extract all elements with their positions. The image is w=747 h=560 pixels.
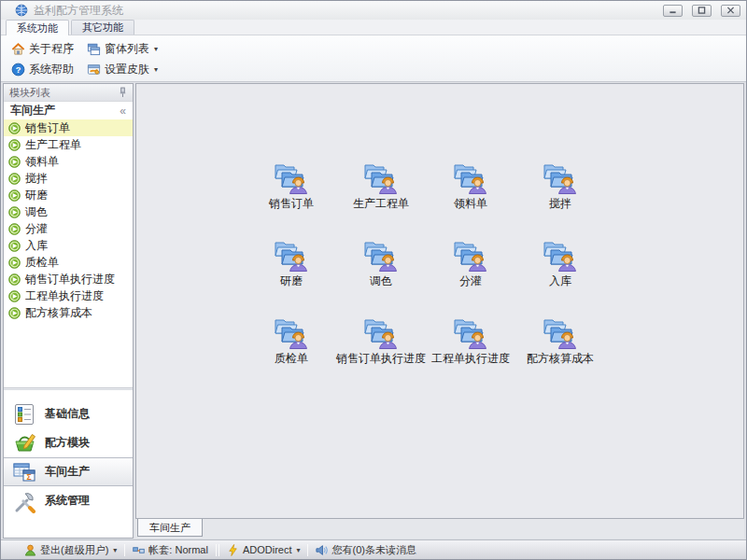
folder-user-icon bbox=[273, 236, 310, 272]
module-label: 工程单执行进度 bbox=[25, 288, 104, 304]
set-skin-button[interactable]: 设置皮肤 ▾ bbox=[80, 61, 164, 78]
about-program-button[interactable]: 关于程序 bbox=[5, 40, 80, 58]
module-item[interactable]: 质检单 bbox=[4, 254, 133, 271]
module-label: 领料单 bbox=[25, 154, 59, 170]
close-icon bbox=[726, 7, 735, 14]
shortcut-item[interactable]: 销售订单执行进度 bbox=[336, 310, 426, 387]
dropdown-arrow-icon: ▾ bbox=[154, 65, 158, 74]
module-group-header: 车间生产 « bbox=[4, 102, 133, 119]
shortcut-item[interactable]: 生产工程单 bbox=[336, 155, 426, 232]
logout-label: 登出(超级用户) bbox=[40, 543, 108, 557]
window-list-icon bbox=[87, 42, 101, 56]
toolbar: 关于程序 窗体列表 ▾ 系统帮助 设置皮肤 ▾ bbox=[1, 35, 746, 82]
shortcut-item[interactable]: 入库 bbox=[515, 232, 605, 310]
skin-icon bbox=[87, 63, 101, 77]
minimize-button[interactable] bbox=[663, 5, 683, 17]
module-label: 销售订单 bbox=[25, 120, 70, 136]
module-label: 配方核算成本 bbox=[25, 305, 92, 321]
section-label: 配方模块 bbox=[45, 435, 90, 451]
connection-icon bbox=[133, 544, 145, 556]
app-logo-icon bbox=[15, 4, 28, 17]
tab-other-functions[interactable]: 其它功能 bbox=[71, 20, 134, 35]
module-item[interactable]: 调色 bbox=[4, 203, 133, 220]
pin-icon[interactable] bbox=[119, 87, 127, 98]
module-label: 入库 bbox=[25, 238, 48, 254]
button-label: 窗体列表 bbox=[105, 41, 149, 57]
dropdown-arrow-icon: ▾ bbox=[113, 546, 117, 554]
section-label: 系统管理 bbox=[45, 493, 90, 509]
account-set-label: 帐套: Normal bbox=[126, 543, 215, 557]
dropdown-arrow-icon: ▾ bbox=[296, 546, 300, 554]
go-arrow-icon bbox=[8, 307, 21, 319]
shortcut-item[interactable]: 销售订单 bbox=[247, 155, 336, 232]
sidebar-section-basic-info[interactable]: 基础信息 bbox=[4, 399, 133, 428]
go-arrow-icon bbox=[8, 240, 21, 252]
folder-user-icon bbox=[362, 159, 400, 194]
go-arrow-icon bbox=[8, 189, 21, 202]
folder-user-icon bbox=[542, 159, 579, 194]
document-area: 销售订单 生产工程单 领料单 搅拌 bbox=[135, 83, 744, 519]
nav-sections: 基础信息 配方模块 车间生产 系统管理 bbox=[4, 399, 133, 515]
shortcut-item[interactable]: 搅拌 bbox=[515, 155, 605, 232]
shortcut-item[interactable]: 质检单 bbox=[247, 310, 336, 387]
shortcut-label: 工程单执行进度 bbox=[431, 351, 510, 367]
module-item[interactable]: 分灌 bbox=[4, 220, 133, 237]
logout-button[interactable]: 登出(超级用户) ▾ bbox=[18, 543, 123, 557]
unread-messages-button[interactable]: 您有(0)条未读消息 bbox=[309, 543, 422, 557]
shortcut-label: 质检单 bbox=[275, 351, 308, 367]
document-tab-workshop-production[interactable]: 车间生产 bbox=[137, 519, 203, 537]
form-list-button[interactable]: 窗体列表 ▾ bbox=[80, 40, 164, 58]
sidebar-section-workshop-production[interactable]: 车间生产 bbox=[4, 457, 133, 486]
module-panel-header: 模块列表 bbox=[4, 84, 133, 102]
tab-system-functions[interactable]: 系统功能 bbox=[6, 20, 69, 35]
help-icon bbox=[11, 63, 25, 77]
shortcut-label: 搅拌 bbox=[549, 196, 571, 212]
module-item[interactable]: 销售订单执行进度 bbox=[4, 271, 133, 287]
section-label: 车间生产 bbox=[45, 464, 90, 480]
module-item[interactable]: 领料单 bbox=[4, 153, 133, 170]
module-item[interactable]: 入库 bbox=[4, 237, 133, 254]
list-icon bbox=[12, 402, 36, 427]
button-label: 系统帮助 bbox=[29, 62, 74, 77]
tools-icon bbox=[12, 489, 36, 513]
collapse-icon[interactable]: « bbox=[120, 105, 126, 118]
statusbar-separator bbox=[218, 544, 219, 556]
sidebar-section-formula-module[interactable]: 配方模块 bbox=[4, 428, 133, 457]
shortcut-item[interactable]: 配方核算成本 bbox=[515, 310, 605, 387]
basket-pencil-icon bbox=[12, 431, 36, 455]
table-sigma-icon bbox=[12, 460, 36, 484]
go-arrow-icon bbox=[8, 273, 21, 286]
module-item[interactable]: 搅拌 bbox=[4, 170, 133, 187]
go-arrow-icon bbox=[8, 139, 21, 151]
shortcut-item[interactable]: 调色 bbox=[336, 232, 426, 310]
module-item[interactable]: 销售订单 bbox=[4, 119, 133, 136]
shortcut-item[interactable]: 工程单执行进度 bbox=[426, 310, 515, 387]
group-title: 车间生产 bbox=[10, 103, 55, 119]
ado-connection-button[interactable]: ADODirect ▾ bbox=[220, 544, 307, 556]
statusbar-separator bbox=[216, 544, 217, 556]
folder-user-icon bbox=[273, 159, 310, 194]
shortcut-label: 调色 bbox=[370, 273, 392, 289]
shortcut-label: 配方核算成本 bbox=[527, 351, 594, 367]
sidebar-section-system-management[interactable]: 系统管理 bbox=[4, 486, 133, 515]
shortcut-item[interactable]: 分灌 bbox=[426, 232, 515, 310]
shortcut-item[interactable]: 领料单 bbox=[426, 155, 515, 232]
ribbon-tabstrip: 系统功能 其它功能 bbox=[1, 20, 746, 35]
module-panel: 模块列表 车间生产 « 销售订单 生产工程单 领料单 bbox=[3, 83, 134, 539]
module-label: 销售订单执行进度 bbox=[25, 272, 115, 287]
module-label: 搅拌 bbox=[25, 171, 48, 187]
shortcut-label: 领料单 bbox=[454, 196, 487, 212]
module-item[interactable]: 配方核算成本 bbox=[4, 304, 133, 321]
panel-splitter[interactable] bbox=[4, 387, 133, 390]
shortcut-item[interactable]: 研磨 bbox=[247, 232, 336, 310]
folder-user-icon bbox=[452, 236, 489, 272]
module-item[interactable]: 工程单执行进度 bbox=[4, 287, 133, 304]
system-help-button[interactable]: 系统帮助 bbox=[5, 61, 80, 78]
maximize-button[interactable] bbox=[692, 5, 712, 17]
module-item[interactable]: 研磨 bbox=[4, 187, 133, 203]
document-tabstrip: 车间生产 bbox=[135, 519, 744, 539]
close-button[interactable] bbox=[721, 5, 740, 17]
window-title: 益利配方管理系统 bbox=[34, 3, 654, 19]
tab-label: 其它功能 bbox=[82, 21, 123, 35]
module-item[interactable]: 生产工程单 bbox=[4, 136, 133, 153]
